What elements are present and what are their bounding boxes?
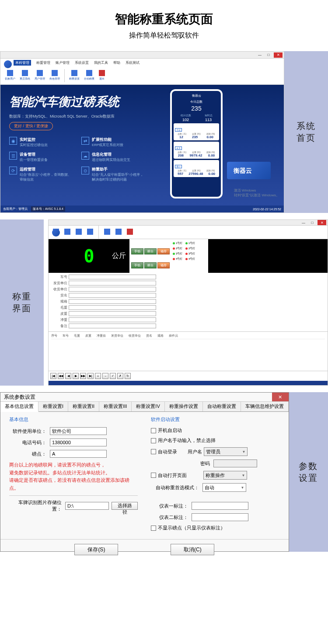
site-input[interactable] (50, 450, 107, 458)
autostart-checkbox[interactable] (151, 428, 156, 433)
save-button[interactable]: 保存(S) (74, 544, 118, 555)
company-input[interactable] (50, 427, 107, 435)
pager-button[interactable]: − (102, 373, 108, 379)
toolbar-button[interactable] (85, 228, 95, 237)
menu-item[interactable]: 系统测试 (126, 60, 140, 65)
minimize-icon[interactable]: — (299, 220, 308, 225)
form-input[interactable] (69, 305, 156, 310)
toolbar-button[interactable]: 退出 (97, 69, 107, 82)
status-led: 1号灯 (172, 241, 185, 246)
pager-button[interactable]: ↻ (125, 373, 131, 379)
settings-tab[interactable]: 基本信息设置 (0, 402, 38, 412)
pager-button[interactable]: ▶| (87, 373, 94, 379)
status-led: 4号灯 (185, 257, 197, 261)
close-icon[interactable]: ✕ (272, 393, 289, 401)
tare-button[interactable]: 标台 (144, 262, 157, 268)
toolbar-button[interactable]: 用户管理 (33, 69, 47, 82)
mode-select[interactable]: 自动▼ (202, 483, 246, 492)
autologin-checkbox[interactable] (151, 449, 156, 454)
toolbar-button[interactable] (63, 228, 72, 237)
form-input[interactable] (69, 281, 156, 285)
browse-button[interactable]: 选择路径 (112, 502, 138, 510)
pager: |◀◀◀◀▶▶▶▶|+−✓✗↻ (49, 371, 328, 381)
form-input[interactable] (69, 299, 156, 304)
weighing-form: 车号发货单位收货单位货名规格毛重皮重净重备注 (49, 273, 328, 331)
maximize-icon[interactable]: □ (264, 52, 273, 58)
autoopen-checkbox[interactable] (151, 473, 156, 478)
pager-button[interactable]: ✗ (117, 373, 123, 379)
menu-item[interactable]: 账户管理 (56, 60, 70, 65)
manual-button[interactable]: 手动 (131, 262, 143, 268)
toolbar-button[interactable]: 重启系统 (18, 69, 32, 82)
form-input[interactable] (69, 275, 156, 279)
toolbar: 切换用户 重启系统 用户管理 角色管理 称重设置 自动称重 退出 (0, 66, 284, 85)
toolbar-button[interactable]: 切换用户 (3, 69, 17, 82)
pager-button[interactable]: ◀ (65, 373, 71, 379)
toolbar-button[interactable]: 角色管理 (48, 69, 62, 82)
settings-tab[interactable]: 自动称重设置 (203, 402, 241, 411)
settings-tab[interactable]: 称重设置III (99, 402, 132, 411)
status-bar: 当前用户：管理员 版本号：AVSC 5.1.8.4 2022-02-22 14:… (0, 205, 284, 212)
settings-tab[interactable]: 称重操作设置 (165, 402, 203, 411)
fieldset-legend: 基本信息 (9, 416, 138, 423)
pager-button[interactable]: ◀◀ (58, 373, 64, 379)
main-menu: 本科管理 称重管理 账户管理 系统设置 我的工具 帮助 系统测试 (0, 59, 284, 66)
menu-item[interactable]: 帮助 (113, 60, 120, 65)
table-col: 车号 (63, 334, 69, 338)
close-icon[interactable]: ✕ (274, 52, 283, 58)
menu-item[interactable]: 称重管理 (36, 60, 50, 65)
feature-item: ⟳ 远程管理结合"衡器云"小程序，查询数据、审核信息 (9, 167, 73, 182)
meter1-input[interactable] (192, 502, 248, 510)
user-select[interactable]: 管理员▼ (204, 447, 248, 456)
cancel-button[interactable]: 取消(C) (171, 544, 214, 555)
settings-tab[interactable]: 称重设置IV (132, 402, 164, 411)
status-led: 4号灯 (172, 257, 185, 261)
manual-button[interactable]: 手动 (131, 248, 143, 254)
pager-button[interactable]: + (95, 373, 101, 379)
pager-button[interactable]: ✓ (110, 373, 116, 379)
page-select[interactable]: 称重操作▼ (203, 471, 247, 480)
form-input[interactable] (69, 287, 156, 292)
stat-card: 今日 总数 (车)总重 (吨)超限 (吨) 122350.00 (174, 123, 219, 140)
form-input[interactable] (69, 324, 156, 328)
dialog-title: 系统参数设置 (4, 393, 35, 401)
settings-tab[interactable]: 车辆信息维护设置 (241, 402, 289, 411)
save-button[interactable]: 储存 (157, 262, 170, 268)
settings-tab[interactable]: 称重设置I (38, 402, 68, 411)
pager-button[interactable]: ▶ (73, 373, 79, 379)
menu-item[interactable]: 本科管理 (14, 60, 31, 66)
menu-item[interactable]: 我的工具 (94, 60, 108, 65)
maximize-icon[interactable]: □ (308, 220, 317, 225)
close-icon[interactable]: ✕ (318, 220, 326, 225)
meter2-input[interactable] (192, 513, 248, 521)
toolbar-button[interactable] (125, 228, 135, 237)
page-subtitle: 操作简单轻松驾驭软件 (0, 31, 328, 40)
settings-tab[interactable]: 称重设置II (68, 402, 99, 411)
phone-input[interactable] (50, 439, 107, 446)
table-col: 皮重 (85, 334, 91, 338)
form-input[interactable] (69, 317, 156, 322)
save-button[interactable]: 储存 (157, 248, 170, 254)
form-input[interactable] (69, 293, 156, 298)
hide-site-checkbox[interactable] (151, 526, 156, 531)
screenshot-settings: 系统参数设置 ✕ 基本信息设置称重设置I称重设置II称重设置III称重设置IV称… (0, 392, 289, 552)
toolbar-button[interactable]: 称重设置 (67, 69, 81, 82)
hero-title: 智能汽车衡过磅系统 (9, 94, 275, 110)
tare-button[interactable]: 标台 (144, 248, 157, 254)
toolbar-button[interactable]: 自动称重 (82, 69, 96, 82)
plate-path-input[interactable] (65, 502, 109, 510)
feature-item: ☁ 信息化管理通过物联网实现信息交互 (81, 152, 145, 162)
manual-username-checkbox[interactable] (151, 438, 156, 443)
feature-icon: ⊙ (81, 167, 89, 174)
form-input[interactable] (69, 311, 156, 316)
menu-item[interactable]: 系统设置 (75, 60, 89, 65)
minimize-icon[interactable]: — (255, 52, 264, 58)
toolbar-button[interactable] (114, 228, 123, 237)
password-input[interactable] (213, 460, 257, 467)
hero-db-text: 数据库：支持MySQL、Microsoft SQL Server、Oracle数… (9, 114, 275, 119)
settings-tabs: 基本信息设置称重设置I称重设置II称重设置III称重设置IV称重操作设置自动称重… (0, 402, 289, 412)
toolbar-button[interactable] (102, 228, 112, 237)
toolbar-button[interactable] (74, 228, 84, 237)
pager-button[interactable]: ▶▶ (80, 373, 86, 379)
pager-button[interactable]: |◀ (50, 373, 56, 379)
